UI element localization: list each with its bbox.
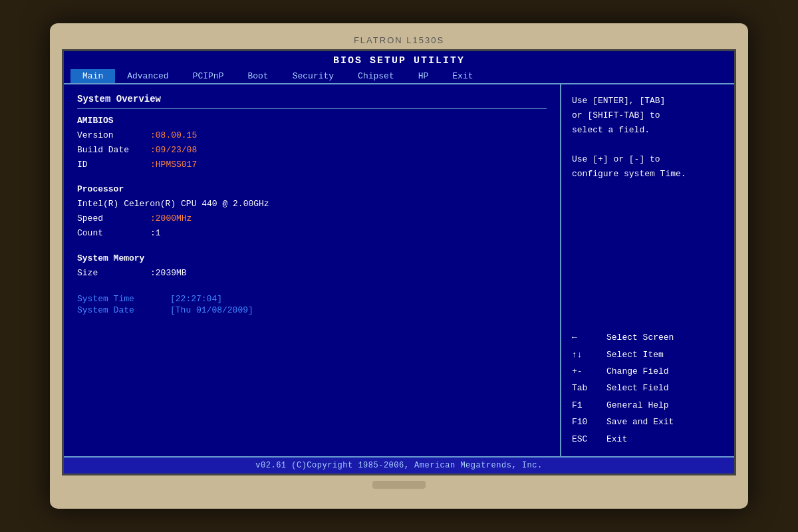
key-help-section: ←Select Screen↑↓Select Item+-Change Fiel…: [572, 330, 724, 447]
menu-bar: MainAdvancedPCIPnPBootSecurityChipsetHPE…: [64, 69, 734, 83]
size-row: Size :2039MB: [77, 266, 547, 281]
key-name: ←: [572, 330, 606, 345]
build-key: Build Date: [77, 143, 150, 158]
divider: [77, 108, 547, 109]
key-row-: ↑↓Select Item: [572, 347, 724, 362]
speed-val: :2000MHz: [150, 211, 192, 226]
key-name: +-: [572, 364, 606, 379]
monitor-stand: [372, 481, 426, 489]
speed-key: Speed: [77, 211, 150, 226]
menu-item-advanced[interactable]: Advanced: [115, 69, 180, 83]
build-row: Build Date :09/23/08: [77, 143, 547, 158]
key-name: F10: [572, 414, 606, 430]
help-line3: select a field.: [572, 125, 650, 135]
version-key: Version: [77, 128, 150, 143]
help-line6: configure system Time.: [572, 169, 686, 179]
monitor-brand: FLATRON L1530S: [354, 35, 444, 45]
system-time-row: System Time [22:27:04]: [77, 294, 547, 304]
key-desc: Select Screen: [606, 330, 674, 345]
count-val: :1: [150, 226, 161, 241]
key-desc: Select Item: [606, 347, 664, 362]
bios-title: BIOS SETUP UTILITY: [64, 51, 734, 69]
menu-item-main[interactable]: Main: [70, 69, 115, 83]
processor-full-line: Intel(R) Celeron(R) CPU 440 @ 2.00GHz: [77, 197, 547, 211]
key-desc: Change Field: [606, 364, 669, 379]
menu-item-boot[interactable]: Boot: [235, 69, 280, 83]
key-row-f10: F10Save and Exit: [572, 414, 724, 430]
help-line2: or [SHIFT-TAB] to: [572, 110, 660, 120]
bios-screen: BIOS SETUP UTILITY MainAdvancedPCIPnPBoo…: [62, 49, 736, 475]
id-val: :HPMSS017: [150, 158, 197, 172]
system-time-val: [22:27:04]: [170, 294, 222, 304]
key-name: F1: [572, 398, 606, 413]
help-line5: Use [+] or [-] to: [572, 154, 660, 164]
count-row: Count :1: [77, 226, 547, 241]
key-row-tab: TabSelect Field: [572, 380, 724, 396]
key-row-esc: ESCExit: [572, 432, 724, 447]
processor-group: Processor Intel(R) Celeron(R) CPU 440 @ …: [77, 184, 547, 241]
key-desc: Save and Exit: [606, 414, 674, 430]
right-panel: Use [ENTER], [TAB] or [SHIFT-TAB] to sel…: [561, 84, 734, 456]
key-desc: General Help: [606, 398, 669, 413]
content-area: System Overview AMIBIOS Version :08.00.1…: [64, 83, 734, 456]
section-title: System Overview: [77, 94, 547, 104]
left-panel: System Overview AMIBIOS Version :08.00.1…: [64, 84, 561, 456]
size-val: :2039MB: [150, 266, 187, 281]
system-date-label: System Date: [77, 305, 170, 315]
speed-row: Speed :2000MHz: [77, 211, 547, 226]
menu-item-security[interactable]: Security: [281, 69, 346, 83]
system-date-val: [Thu 01/08/2009]: [170, 305, 253, 315]
amibios-group: AMIBIOS Version :08.00.15 Build Date :09…: [77, 116, 547, 172]
key-desc: Select Field: [606, 380, 669, 396]
menu-item-chipset[interactable]: Chipset: [346, 69, 406, 83]
footer: v02.61 (C)Copyright 1985-2006, American …: [64, 456, 734, 473]
id-key: ID: [77, 158, 150, 172]
id-row: ID :HPMSS017: [77, 158, 547, 172]
version-val: :08.00.15: [150, 128, 197, 143]
build-val: :09/23/08: [150, 143, 197, 158]
memory-group: System Memory Size :2039MB: [77, 253, 547, 281]
menu-item-pcipnp[interactable]: PCIPnP: [181, 69, 236, 83]
memory-label: System Memory: [77, 253, 547, 263]
key-row-f1: F1General Help: [572, 398, 724, 413]
help-text: Use [ENTER], [TAB] or [SHIFT-TAB] to sel…: [572, 94, 724, 182]
processor-label: Processor: [77, 184, 547, 194]
key-row-: +-Change Field: [572, 364, 724, 379]
key-desc: Exit: [606, 432, 627, 447]
system-time-label: System Time: [77, 294, 170, 304]
monitor: FLATRON L1530S BIOS SETUP UTILITY MainAd…: [50, 23, 748, 509]
help-line1: Use [ENTER], [TAB]: [572, 96, 665, 106]
key-row-: ←Select Screen: [572, 330, 724, 345]
system-date-row: System Date [Thu 01/08/2009]: [77, 305, 547, 315]
key-name: ↑↓: [572, 347, 606, 362]
key-name: Tab: [572, 380, 606, 396]
count-key: Count: [77, 226, 150, 241]
time-date-group: System Time [22:27:04] System Date [Thu …: [77, 294, 547, 315]
amibios-label: AMIBIOS: [77, 116, 547, 126]
menu-item-exit[interactable]: Exit: [440, 69, 485, 83]
size-key: Size: [77, 266, 150, 281]
key-name: ESC: [572, 432, 606, 447]
version-row: Version :08.00.15: [77, 128, 547, 143]
menu-item-hp[interactable]: HP: [406, 69, 441, 83]
